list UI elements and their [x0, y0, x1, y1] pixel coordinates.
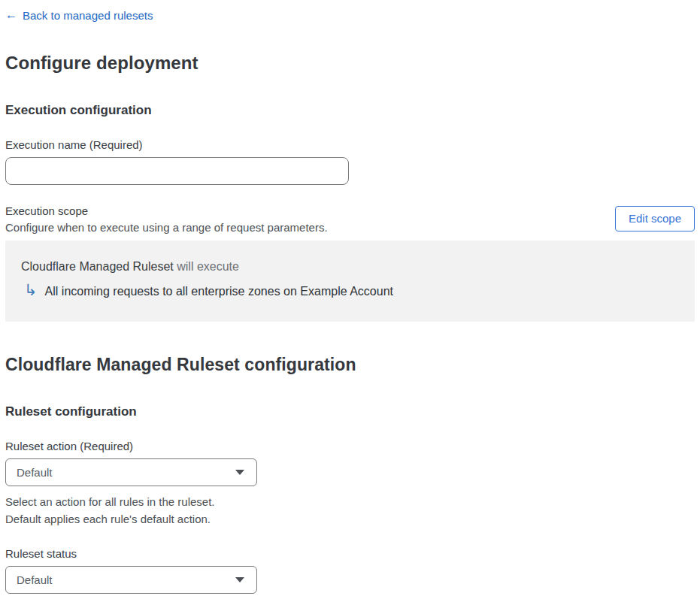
back-to-managed-rulesets-link[interactable]: ← Back to managed rulesets [5, 9, 153, 22]
execution-scope-label: Execution scope [5, 204, 328, 217]
left-arrow-icon: ← [5, 9, 17, 21]
ruleset-action-select[interactable]: Default [5, 458, 257, 486]
ruleset-action-help-line1: Select an action for all rules in the ru… [5, 493, 695, 510]
chevron-down-icon [235, 577, 244, 582]
will-execute-text: will execute [174, 260, 239, 273]
summary-scope-text: All incoming requests to all enterprise … [45, 285, 393, 298]
ruleset-action-value: Default [17, 466, 53, 479]
ruleset-action-help: Select an action for all rules in the ru… [5, 493, 695, 528]
execution-configuration-heading: Execution configuration [5, 103, 695, 118]
corner-down-right-arrow-icon: ↳ [24, 282, 38, 298]
ruleset-action-label: Ruleset action (Required) [5, 440, 695, 452]
page-title: Configure deployment [5, 53, 695, 74]
configure-deployment-page: ← Back to managed rulesets Configure dep… [0, 0, 700, 596]
execution-name-input[interactable] [5, 157, 349, 185]
ruleset-action-help-line2: Default applies each rule's default acti… [5, 510, 695, 528]
summary-scope-line: ↳ All incoming requests to all enterpris… [21, 283, 679, 299]
back-link-label: Back to managed rulesets [23, 9, 153, 22]
execution-scope-summary: Cloudflare Managed Ruleset will execute … [5, 241, 695, 322]
execution-scope-description: Configure when to execute using a range … [5, 221, 328, 234]
chevron-down-icon [235, 470, 244, 475]
execution-name-label: Execution name (Required) [5, 138, 695, 151]
summary-headline: Cloudflare Managed Ruleset will execute [21, 260, 679, 274]
edit-scope-button[interactable]: Edit scope [615, 206, 695, 231]
ruleset-status-value: Default [17, 573, 53, 586]
execution-scope-text-block: Execution scope Configure when to execut… [5, 204, 328, 234]
ruleset-status-label: Ruleset status [5, 547, 695, 560]
ruleset-status-select[interactable]: Default [5, 566, 257, 594]
ruleset-name: Cloudflare Managed Ruleset [21, 260, 174, 273]
ruleset-configuration-title: Cloudflare Managed Ruleset configuration [5, 355, 695, 375]
ruleset-configuration-subheading: Ruleset configuration [5, 404, 695, 419]
execution-scope-row: Execution scope Configure when to execut… [5, 204, 695, 234]
